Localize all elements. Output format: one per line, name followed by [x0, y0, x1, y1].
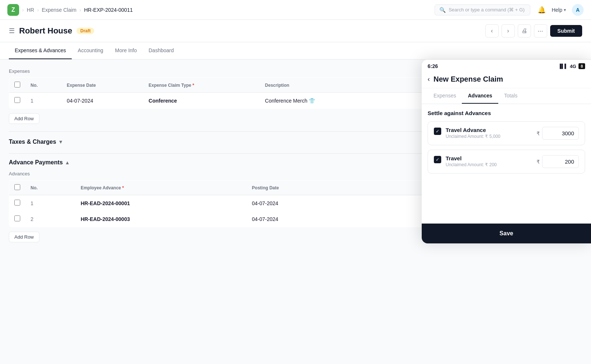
expense-row-1-date: 04-07-2024 — [62, 93, 144, 109]
signal-icon: ▐▌▌ — [558, 64, 568, 69]
mobile-tab-expenses[interactable]: Expenses — [428, 88, 462, 104]
back-icon[interactable]: ‹ — [428, 75, 430, 83]
rupee-symbol-1: ₹ — [537, 131, 540, 136]
advances-col-checkbox — [9, 181, 26, 195]
expenses-col-type: Expense Claim Type * — [144, 78, 260, 93]
advance-card-2-checkbox[interactable]: ✓ — [434, 156, 441, 163]
advance-row-1-no: 1 — [25, 195, 75, 211]
breadcrumb-hr[interactable]: HR — [27, 7, 34, 13]
advances-select-all[interactable] — [14, 184, 20, 190]
chevron-down-icon: ▾ — [564, 7, 566, 13]
advance-card-1-info: Travel Advance Unclaimed Amount: ₹ 5,000 — [446, 127, 532, 139]
battery-icon: 8 — [578, 63, 585, 69]
mobile-save-button[interactable]: Save — [422, 224, 591, 243]
advance-row-2-no: 2 — [25, 211, 75, 227]
advances-add-row-button[interactable]: Add Row — [9, 232, 39, 242]
print-button[interactable]: 🖨 — [518, 24, 531, 38]
expense-row-1-type[interactable]: Conference — [144, 93, 260, 109]
nav-logo: Z — [7, 4, 19, 16]
search-bar[interactable]: 🔍 Search or type a command (⌘ + G) — [435, 4, 530, 15]
expenses-col-checkbox — [9, 78, 26, 93]
mobile-tab-advances[interactable]: Advances — [462, 88, 498, 104]
notification-bell-icon[interactable]: 🔔 — [538, 6, 546, 14]
next-button[interactable]: › — [502, 24, 515, 38]
advance-card-2-amount-input[interactable] — [542, 155, 579, 168]
advance-card-2-amount-container: ₹ — [537, 155, 579, 168]
more-options-button[interactable]: ··· — [534, 24, 547, 38]
expense-row-1-no: 1 — [25, 93, 62, 109]
search-placeholder: Search or type a command (⌘ + G) — [449, 7, 524, 13]
advance-card-1-sub: Unclaimed Amount: ₹ 5,000 — [446, 134, 532, 139]
advance-row-2-posting-date: 04-07-2024 — [247, 211, 354, 227]
advances-col-posting-date: Posting Date — [247, 181, 354, 195]
mobile-title: New Expense Claim — [433, 75, 503, 83]
advance-card-1-name: Travel Advance — [446, 127, 532, 133]
nav-sep-3: › — [79, 7, 81, 13]
prev-button[interactable]: ‹ — [485, 24, 499, 38]
tab-more-info[interactable]: More Info — [109, 42, 143, 59]
chevron-down-taxes-icon: ▾ — [59, 138, 62, 145]
expenses-col-no: No. — [25, 78, 62, 93]
page-title: Robert House — [19, 26, 72, 36]
submit-button[interactable]: Submit — [550, 25, 582, 37]
advance-row-1-checkbox[interactable] — [9, 195, 26, 211]
nav-right: 🔔 Help ▾ A — [538, 4, 584, 16]
expense-row-1-checkbox[interactable] — [9, 93, 26, 109]
advance-card-2-sub: Unclaimed Amount: ₹ 200 — [446, 162, 532, 167]
advance-card-2-name: Travel — [446, 155, 532, 161]
mobile-status-icons: ▐▌▌ 4G 8 — [558, 63, 585, 69]
chevron-up-advance-icon: ▴ — [66, 159, 69, 166]
main-content: Expenses No. Expense Date Expense Claim … — [0, 60, 591, 364]
expenses-select-all[interactable] — [14, 82, 20, 88]
mobile-panel: 6:26 ▐▌▌ 4G 8 ‹ New Expense Claim Expens… — [422, 60, 591, 243]
mobile-tab-totals[interactable]: Totals — [498, 88, 524, 104]
settle-label: Settle against Advances — [428, 110, 585, 116]
advance-card-1: ✓ Travel Advance Unclaimed Amount: ₹ 5,0… — [428, 121, 585, 145]
advances-col-employee-advance: Employee Advance * — [75, 181, 247, 195]
advance-card-1-checkbox[interactable]: ✓ — [434, 128, 441, 135]
status-badge: Draft — [77, 28, 94, 34]
advance-card-2: ✓ Travel Unclaimed Amount: ₹ 200 ₹ — [428, 150, 585, 174]
mobile-header: ‹ New Expense Claim — [422, 72, 591, 88]
nav-sep-1: › — [22, 7, 24, 13]
advance-row-2-checkbox[interactable] — [9, 211, 26, 227]
mobile-tabs: Expenses Advances Totals — [422, 88, 591, 104]
advance-row-2-employee-advance[interactable]: HR-EAD-2024-00003 — [75, 211, 247, 227]
top-nav: Z › HR › Expense Claim › HR-EXP-2024-000… — [0, 0, 591, 20]
help-menu[interactable]: Help ▾ — [552, 7, 566, 13]
avatar[interactable]: A — [572, 4, 584, 16]
advances-col-no: No. — [25, 181, 75, 195]
expenses-add-row-button[interactable]: Add Row — [9, 113, 39, 124]
header-actions: ‹ › 🖨 ··· Submit — [485, 24, 582, 38]
expenses-col-date: Expense Date — [62, 78, 144, 93]
advance-card-1-amount-input[interactable] — [542, 127, 579, 140]
rupee-symbol-2: ₹ — [537, 159, 540, 165]
taxes-section-label: Taxes & Charges — [9, 139, 56, 145]
search-icon: 🔍 — [439, 7, 446, 13]
mobile-time: 6:26 — [428, 63, 438, 69]
advance-row-1-posting-date: 04-07-2024 — [247, 195, 354, 211]
nav-sep-2: › — [37, 7, 39, 13]
menu-icon[interactable]: ☰ — [9, 27, 15, 35]
advance-payments-label: Advance Payments — [9, 159, 63, 166]
page-header: ☰ Robert House Draft ‹ › 🖨 ··· Submit — [0, 20, 591, 42]
mobile-body: Settle against Advances ✓ Travel Advance… — [422, 104, 591, 207]
network-label: 4G — [570, 64, 576, 69]
expense-row-1-desc: Conference Merch 👕 — [260, 93, 386, 109]
expenses-col-desc: Description — [260, 78, 386, 93]
help-label: Help — [552, 7, 562, 13]
breadcrumb-current: HR-EXP-2024-00011 — [84, 7, 132, 13]
tab-accounting[interactable]: Accounting — [72, 42, 109, 59]
tabs-bar: Expenses & Advances Accounting More Info… — [0, 42, 591, 60]
tab-expenses-advances[interactable]: Expenses & Advances — [9, 42, 72, 59]
breadcrumb-expense-claim[interactable]: Expense Claim — [42, 7, 77, 13]
advance-card-2-info: Travel Unclaimed Amount: ₹ 200 — [446, 155, 532, 167]
tab-dashboard[interactable]: Dashboard — [143, 42, 180, 59]
mobile-status-bar: 6:26 ▐▌▌ 4G 8 — [422, 60, 591, 72]
advance-row-1-employee-advance[interactable]: HR-EAD-2024-00001 — [75, 195, 247, 211]
advance-card-1-amount-container: ₹ — [537, 127, 579, 140]
